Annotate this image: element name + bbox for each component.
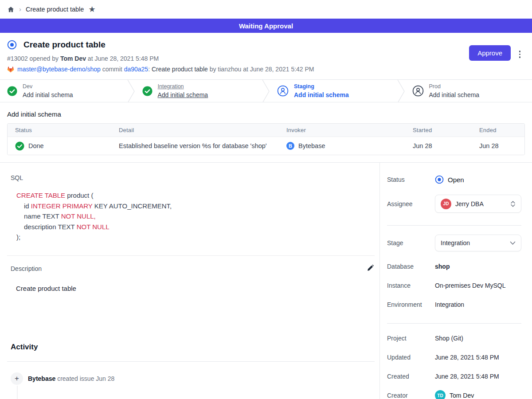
assignee-label: Assignee <box>387 200 435 207</box>
activity-divider <box>7 361 375 362</box>
description-body: Create product table <box>11 285 375 292</box>
sql-line: name TEXT NOT NULL, <box>16 211 375 222</box>
commit-message: Create product table <box>152 66 208 73</box>
database-row: Database shop <box>387 263 521 270</box>
status-value: Open <box>435 175 464 184</box>
branch-repo-link[interactable]: master@bytebase-demo/shop <box>17 66 101 73</box>
divider <box>387 225 521 226</box>
commit-hash-link[interactable]: da90a25 <box>124 66 149 73</box>
task-started-cell: Jun 28 <box>405 142 472 149</box>
updated-value: June 28, 2021 5:48 PM <box>435 354 499 361</box>
environment-value: Integration <box>435 301 464 308</box>
open-status-icon <box>435 175 444 184</box>
issue-id: #13002 <box>7 55 28 62</box>
stage-separator <box>397 80 405 103</box>
chevron-down-icon <box>510 241 516 245</box>
breadcrumb: › Create product table ★ <box>0 0 532 19</box>
stage-separator <box>262 80 270 103</box>
database-label: Database <box>387 263 435 270</box>
assignee-value: Jerry DBA <box>455 200 484 207</box>
stage-integration[interactable]: Integration Add initial schema <box>135 80 262 102</box>
issue-content: SQL CREATE TABLE product ( id INTEGER PR… <box>0 163 379 399</box>
bytebase-avatar: B <box>286 142 294 150</box>
stage-value: Integration <box>441 239 470 246</box>
instance-value: On-premises Dev MySQL <box>435 282 505 289</box>
updated-row: Updated June 28, 2021 5:48 PM <box>387 354 521 361</box>
project-row: Project Shop (Git) <box>387 335 521 342</box>
assignee-select[interactable]: JD Jerry DBA <box>435 195 521 213</box>
creator-avatar: TD <box>435 390 446 399</box>
issue-open-icon <box>7 40 17 50</box>
environment-label: Environment <box>387 301 435 308</box>
environment-row: Environment Integration <box>387 301 521 308</box>
task-table-header: Status Detail Invoker Started Ended <box>8 124 524 137</box>
task-ended-cell: Jun 28 <box>472 142 524 149</box>
creator-value: TD Tom Dev <box>435 390 474 399</box>
breadcrumb-page-title: Create product table <box>26 6 84 13</box>
stage-staging[interactable]: Staging Add initial schema <box>270 80 397 102</box>
check-circle-icon <box>142 86 153 96</box>
gitlab-icon <box>7 66 14 73</box>
database-value: shop <box>435 263 450 270</box>
task-table: Status Detail Invoker Started Ended Done… <box>7 123 525 155</box>
issue-sidebar: Status Open Assignee JD Jerry DBA Stage <box>379 163 532 399</box>
stage-separator <box>127 80 135 103</box>
issue-author: Tom Dev <box>60 55 86 62</box>
creator-label: Creator <box>387 392 435 399</box>
sql-line: description TEXT NOT NULL <box>16 222 375 232</box>
task-invoker-cell: B Bytebase <box>279 142 405 150</box>
check-circle-icon <box>15 141 24 151</box>
task-section: Add initial schema Status Detail Invoker… <box>0 102 532 162</box>
sql-line: ); <box>16 232 375 243</box>
activity-title: Activity <box>11 343 375 352</box>
list-item: + Bytebase created issue Jun 28 <box>11 372 375 385</box>
created-row: Created June 28, 2021 5:48 PM <box>387 373 521 380</box>
sql-label: SQL <box>11 174 375 181</box>
updated-label: Updated <box>387 354 435 361</box>
sql-code-block: CREATE TABLE product ( id INTEGER PRIMAR… <box>11 190 375 243</box>
issue-meta: #13002 opened by Tom Dev at June 28, 202… <box>7 55 525 62</box>
description-label: Description <box>11 265 42 272</box>
created-label: Created <box>387 373 435 380</box>
kebab-menu-icon[interactable] <box>517 49 523 60</box>
main-area: SQL CREATE TABLE product ( id INTEGER PR… <box>0 162 532 399</box>
commit-line: master@bytebase-demo/shop commit da90a25… <box>7 66 525 73</box>
approval-banner-text: Waiting Approval <box>239 22 293 30</box>
check-circle-icon <box>7 86 17 96</box>
stage-dev[interactable]: Dev Add initial schema <box>0 80 127 102</box>
task-detail-cell: Established baseline version %s for data… <box>111 142 279 149</box>
home-icon[interactable] <box>7 6 15 13</box>
approval-banner: Waiting Approval <box>0 19 532 33</box>
approve-button[interactable]: Approve <box>469 45 511 61</box>
instance-label: Instance <box>387 282 435 289</box>
created-value: June 28, 2021 5:48 PM <box>435 373 499 380</box>
task-status-cell: Done <box>8 141 111 151</box>
sql-line: CREATE TABLE product ( <box>16 190 375 201</box>
issue-header: Create product table #13002 opened by To… <box>0 33 532 79</box>
status-row: Status Open <box>387 175 521 184</box>
chevron-right-icon: › <box>19 5 21 13</box>
description-section: Description Create product table <box>7 255 375 292</box>
assignee-avatar: JD <box>441 199 451 209</box>
updown-chevron-icon <box>510 200 516 207</box>
person-circle-icon <box>277 85 289 97</box>
stage-prod[interactable]: Prod Add initial schema <box>405 80 532 102</box>
edit-pencil-icon[interactable] <box>366 264 375 274</box>
project-label: Project <box>387 335 435 342</box>
stage-select[interactable]: Integration <box>435 235 521 251</box>
task-section-title: Add initial schema <box>7 110 525 118</box>
instance-row: Instance On-premises Dev MySQL <box>387 282 521 289</box>
activity-timeline: + Bytebase created issue Jun 28 <box>11 372 375 385</box>
sql-line: id INTEGER PRIMARY KEY AUTO_INCREMENT, <box>16 201 375 211</box>
star-icon[interactable]: ★ <box>88 5 95 13</box>
issue-title: Create product table <box>23 40 106 50</box>
stage-label: Stage <box>387 239 435 246</box>
person-circle-icon <box>412 85 424 97</box>
table-row: Done Established baseline version %s for… <box>8 137 524 155</box>
divider <box>387 323 521 324</box>
plus-icon: + <box>11 372 23 385</box>
stage-row: Stage Integration <box>387 235 521 251</box>
assignee-row: Assignee JD Jerry DBA <box>387 195 521 213</box>
creator-row: Creator TD Tom Dev <box>387 390 521 399</box>
project-value: Shop (Git) <box>435 335 463 342</box>
